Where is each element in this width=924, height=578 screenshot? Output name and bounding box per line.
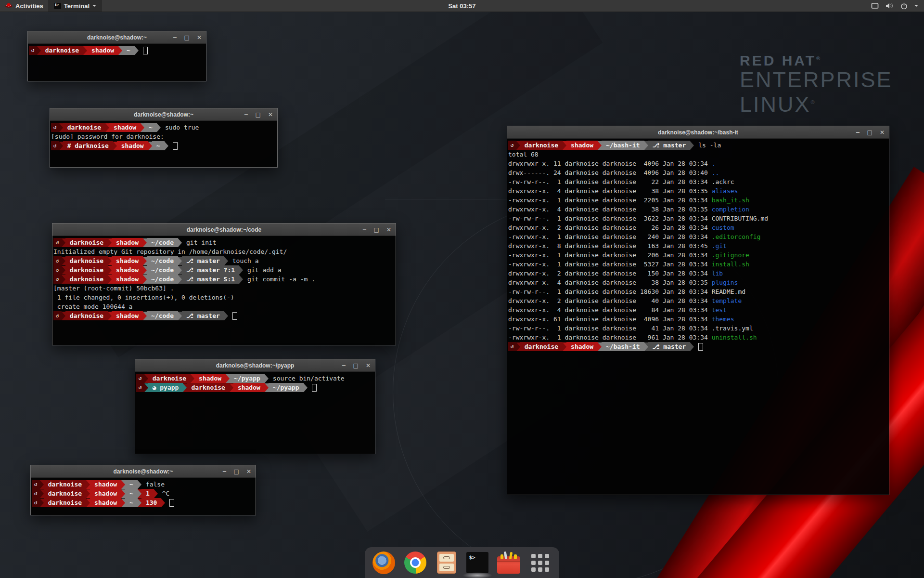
dock-chrome[interactable] bbox=[403, 551, 427, 575]
prompt-segment-exit: 1 bbox=[141, 489, 154, 498]
terminal-cursor bbox=[173, 142, 178, 150]
powerline-arrow-icon bbox=[144, 374, 148, 383]
dock-files[interactable] bbox=[435, 551, 459, 575]
powerline-arrow-icon bbox=[138, 489, 141, 498]
prompt-segment-host: shadow bbox=[112, 275, 143, 284]
terminal-content[interactable]: ↺darknoiseshadow~false↺darknoiseshadow~1… bbox=[31, 478, 256, 507]
terminal-content[interactable]: ↺darknoiseshadow~sudo true[sudo] passwor… bbox=[50, 121, 277, 150]
terminal-line: -rw-rw-r--. 1 darknoise darknoise 18630 … bbox=[508, 287, 888, 296]
prompt-segment-git: ⎇ master ?:1 bbox=[182, 265, 239, 275]
powerline-arrow-icon bbox=[40, 499, 44, 507]
dock-terminal[interactable]: $> bbox=[465, 551, 489, 575]
prompt-segment-git: ⎇ master bbox=[182, 256, 224, 265]
window-close-button[interactable]: ✕ bbox=[268, 112, 273, 118]
drawer bbox=[439, 554, 454, 562]
terminal-command-text: git commit -a -m . bbox=[247, 276, 315, 283]
powerline-arrow-icon bbox=[178, 238, 182, 247]
powerline-arrow-icon bbox=[516, 342, 520, 351]
window-title: darknoise@shadow:~ bbox=[134, 111, 193, 118]
prompt-segment-host: shadow bbox=[90, 489, 121, 498]
prompt-segment-git: ⎇ master bbox=[648, 342, 691, 351]
prompt-segment-icon: ↺ bbox=[508, 342, 516, 351]
system-status-area[interactable] bbox=[871, 0, 924, 12]
terminal-line: [sudo] password for darknoise: bbox=[51, 132, 276, 141]
window-titlebar[interactable]: darknoise@shadow:~‒□✕ bbox=[31, 465, 256, 478]
file-name: custom bbox=[712, 224, 734, 231]
window-close-button[interactable]: ✕ bbox=[880, 130, 885, 135]
dock-app-grid[interactable] bbox=[528, 551, 552, 575]
terminal-line: ↺darknoiseshadow~/code⎇ master ?:1git ad… bbox=[53, 265, 395, 275]
terminal-content[interactable]: ↺darknoiseshadow~ bbox=[28, 44, 206, 55]
file-name: .git bbox=[712, 242, 727, 250]
terminal-output-text: CONTRIBUTING.md bbox=[712, 215, 768, 222]
window-titlebar[interactable]: darknoise@shadow:~‒□✕ bbox=[28, 31, 206, 44]
terminal-output-text: README.md bbox=[712, 288, 745, 295]
prompt-segment-git: ⎇ master bbox=[182, 311, 224, 320]
window-titlebar[interactable]: darknoise@shadow:~/code‒□✕ bbox=[52, 223, 396, 236]
prompt-segment-git: ⎇ master S:1 bbox=[182, 275, 239, 284]
powerline-arrow-icon bbox=[108, 312, 112, 320]
file-name: .. bbox=[712, 169, 719, 176]
prompt-segment-host: shadow bbox=[90, 498, 121, 507]
window-minimize-button[interactable]: ‒ bbox=[173, 35, 177, 40]
powerline-arrow-icon bbox=[121, 499, 125, 507]
terminal-content[interactable]: ↺darknoiseshadow~/bash-it⎇ masterls -lat… bbox=[507, 139, 889, 351]
window-maximize-button[interactable]: □ bbox=[234, 469, 239, 474]
window-title: darknoise@shadow:~/pyapp bbox=[216, 362, 295, 369]
powerline-arrow-icon bbox=[113, 142, 117, 150]
terminal-line: drwxrwxr-x. 2 darknoise darknoise 40 Jan… bbox=[508, 296, 888, 305]
toolbox-icon bbox=[497, 556, 520, 574]
prompt-segment-host: shadow bbox=[117, 141, 148, 150]
window-maximize-button[interactable]: □ bbox=[867, 130, 873, 135]
window-minimize-button[interactable]: ‒ bbox=[342, 363, 346, 368]
prompt-segment-user: darknoise bbox=[65, 238, 108, 247]
window-close-button[interactable]: ✕ bbox=[197, 35, 202, 40]
window-close-button[interactable]: ✕ bbox=[386, 227, 391, 233]
terminal-output-text: -rw-rw-r--. 1 darknoise darknoise 3622 J… bbox=[508, 215, 712, 222]
dock-firefox[interactable] bbox=[372, 551, 396, 575]
terminal-output-text: drwxrwxr-x. 2 darknoise darknoise 40 Jan… bbox=[508, 297, 712, 304]
window-maximize-button[interactable]: □ bbox=[184, 35, 190, 40]
window-titlebar[interactable]: darknoise@shadow:~‒□✕ bbox=[50, 108, 277, 121]
prompt-segment-host: shadow bbox=[112, 311, 143, 320]
prompt-segment-icon: ↺ bbox=[508, 141, 516, 150]
clock[interactable]: Sat 03:57 bbox=[448, 2, 475, 10]
powerline-arrow-icon bbox=[37, 46, 41, 55]
terminal-cursor bbox=[143, 47, 148, 54]
window-maximize-button[interactable]: □ bbox=[256, 112, 261, 118]
dock-toolbox[interactable] bbox=[497, 551, 521, 575]
terminal-line: ↺◕ pyappdarknoiseshadow~/pyapp bbox=[136, 383, 374, 392]
window-controls: ‒□✕ bbox=[244, 108, 273, 120]
terminal-output-text: .travis.yml bbox=[712, 325, 753, 332]
window-minimize-button[interactable]: ‒ bbox=[222, 469, 226, 474]
powerline-arrow-icon bbox=[143, 275, 147, 284]
powerline-arrow-icon bbox=[563, 141, 566, 150]
terminal-line: create mode 100644 a bbox=[53, 302, 395, 311]
powerline-arrow-icon bbox=[265, 374, 269, 383]
powerline-arrow-icon bbox=[138, 480, 141, 489]
window-titlebar[interactable]: darknoise@shadow:~/bash-it‒□✕ bbox=[507, 126, 889, 139]
window-close-button[interactable]: ✕ bbox=[366, 363, 371, 368]
powerline-arrow-icon bbox=[644, 342, 648, 351]
window-minimize-button[interactable]: ‒ bbox=[856, 130, 860, 135]
top-bar-left: Activities $> Terminal bbox=[0, 0, 102, 12]
top-bar: Activities $> Terminal Sat 03:57 bbox=[0, 0, 924, 12]
window-maximize-button[interactable]: □ bbox=[374, 227, 379, 233]
file-name: uninstall.sh bbox=[712, 334, 757, 341]
window-maximize-button[interactable]: □ bbox=[353, 363, 359, 368]
window-title: darknoise@shadow:~ bbox=[87, 34, 147, 41]
prompt-segment-git: ⎇ master bbox=[648, 141, 691, 150]
prompt-segment-path: ~ bbox=[125, 480, 138, 489]
window-titlebar[interactable]: darknoise@shadow:~/pyapp‒□✕ bbox=[135, 359, 375, 372]
terminal-line: drwxrwxr-x. 61 darknoise darknoise 4096 … bbox=[508, 315, 888, 324]
window-minimize-button[interactable]: ‒ bbox=[362, 227, 366, 233]
prompt-segment-user: darknoise bbox=[44, 498, 86, 507]
prompt-segment-user: darknoise bbox=[187, 383, 229, 392]
window-close-button[interactable]: ✕ bbox=[246, 469, 251, 474]
terminal-content[interactable]: ↺darknoiseshadow~/codegit initInitialize… bbox=[52, 236, 396, 320]
activities-button[interactable]: Activities bbox=[0, 0, 48, 12]
window-minimize-button[interactable]: ‒ bbox=[244, 112, 248, 118]
terminal-content[interactable]: ↺darknoiseshadow~/pyappsource bin/activa… bbox=[135, 372, 375, 392]
app-menu-button[interactable]: $> Terminal bbox=[48, 0, 102, 12]
terminal-icon: $> bbox=[466, 552, 488, 573]
